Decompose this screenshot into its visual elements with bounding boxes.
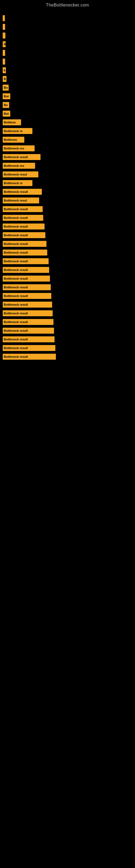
bar-item: Bottlenec <box>3 137 24 143</box>
bar-label: Bottleneck result <box>4 268 28 272</box>
bar-row: Bot <box>3 93 132 100</box>
bar-row: Bo <box>3 84 132 91</box>
bar-label: Bo <box>4 103 8 106</box>
bar-item: Bottleneck result <box>3 258 49 264</box>
bar-label: Bottleneck resul <box>4 173 27 176</box>
bar-item: Bottleneck res <box>3 163 35 169</box>
bar-row: Bottleneck re <box>3 179 132 187</box>
bar-row <box>3 14 132 22</box>
bar-label: Bottleneck res <box>4 147 24 150</box>
bar-row: B <box>3 75 132 83</box>
bar-row: Bottleneck result <box>3 223 132 230</box>
bar-item <box>3 50 5 56</box>
bar-item: Bottleneck result <box>3 284 51 290</box>
bar-item: Bottlene <box>3 119 21 125</box>
bar-label: Bottleneck result <box>4 216 28 219</box>
bar-row: Bottleneck result <box>3 240 132 248</box>
bar-label: Bottleneck resul <box>4 199 27 202</box>
bar-item: Bottleneck re <box>3 180 32 186</box>
bar-item: Bottleneck result <box>3 336 54 342</box>
bar-row <box>3 58 132 65</box>
bar-item: Bottleneck result <box>3 302 52 308</box>
bar-label: Bottleneck result <box>4 259 28 263</box>
bar-row: Bottlenec <box>3 136 132 144</box>
bar-item: Bottleneck result <box>3 189 42 195</box>
bar-label: R <box>4 42 6 46</box>
bar-label: Bottleneck result <box>4 242 28 246</box>
bar-label: Bottleneck result <box>4 208 28 211</box>
bar-item: Bottleneck result <box>3 293 51 299</box>
bar-label: Bottlene <box>4 121 16 124</box>
bar-row: Bottleneck result <box>3 283 132 291</box>
bar-item: Bo <box>3 85 9 91</box>
bar-item: 6 <box>3 67 6 73</box>
bar-item: Bottleneck result <box>3 215 43 221</box>
bar-label: Bottleneck result <box>4 329 28 332</box>
bar-item: Bottleneck result <box>3 267 49 273</box>
bar-row <box>3 49 132 57</box>
bar-item: Bot <box>3 111 10 117</box>
bar-item: Bottleneck resul <box>3 197 39 204</box>
bar-label: Bottleneck result <box>4 277 28 280</box>
bar-row: Bottlene <box>3 119 132 126</box>
bar-label: Bottleneck result <box>4 312 28 315</box>
bar-row: Bottleneck result <box>3 153 132 161</box>
bar-row <box>3 23 132 31</box>
bar-label: B <box>4 77 6 81</box>
bar-label: Bottlenec <box>4 138 17 141</box>
bar-label: Bottleneck res <box>4 164 24 167</box>
bar-row: Bottleneck result <box>3 188 132 195</box>
bar-label: Bottleneck result <box>4 251 28 254</box>
bar-row: R <box>3 40 132 48</box>
bar-item: R <box>3 41 6 47</box>
bar-label: Bot <box>4 112 9 115</box>
bar-label: Bottleneck re <box>4 182 23 185</box>
bar-row: Bot <box>3 110 132 118</box>
bar-item: Bottleneck result <box>3 319 53 325</box>
bar-row: Bottleneck result <box>3 205 132 213</box>
bar-row: Bottleneck re <box>3 127 132 135</box>
bar-item: Bottleneck result <box>3 232 45 238</box>
bar-item: Bottleneck result <box>3 250 47 255</box>
bar-label: Bottleneck result <box>4 338 28 341</box>
bar-label: Bottleneck re <box>4 129 23 133</box>
bar-row: Bottleneck result <box>3 292 132 300</box>
bar-item: Bottleneck result <box>3 345 55 351</box>
bar-label: Bottleneck result <box>4 155 28 159</box>
bar-label: Bottleneck result <box>4 225 28 228</box>
bar-row: Bottleneck result <box>3 327 132 335</box>
bar-label: Bottleneck result <box>4 294 28 298</box>
bar-row: Bottleneck resul <box>3 197 132 204</box>
bar-row: Bottleneck result <box>3 266 132 274</box>
bar-row: Bottleneck result <box>3 344 132 352</box>
bar-row: Bottleneck result <box>3 310 132 317</box>
bar-item: Bottleneck result <box>3 223 45 229</box>
bar-row <box>3 32 132 39</box>
bar-row: Bottleneck res <box>3 162 132 169</box>
bar-row: Bottleneck result <box>3 353 132 361</box>
bar-row: Bo <box>3 101 132 109</box>
bar-label: Bottleneck result <box>4 355 28 358</box>
bar-item: Bottleneck re <box>3 128 32 134</box>
bar-row: Bottleneck result <box>3 301 132 308</box>
bar-item: Bottleneck result <box>3 154 41 160</box>
bar-label: Bottleneck result <box>4 190 28 193</box>
bar-item <box>3 33 5 38</box>
bar-item: Bottleneck result <box>3 206 43 212</box>
bar-item: Bottleneck result <box>3 276 50 282</box>
bar-item: Bottleneck resul <box>3 172 38 177</box>
bar-row: Bottleneck result <box>3 318 132 326</box>
bar-label: Bottleneck result <box>4 320 28 323</box>
bar-item: Bot <box>3 93 10 99</box>
bar-item: Bottleneck result <box>3 241 46 247</box>
bar-item: Bottleneck result <box>3 354 56 360</box>
bar-row: Bottleneck resul <box>3 170 132 178</box>
bar-label: Bottleneck result <box>4 346 28 350</box>
bar-row: Bottleneck result <box>3 336 132 343</box>
bar-item: Bo <box>3 102 9 108</box>
bar-item: Bottleneck result <box>3 310 53 316</box>
bar-label: Bottleneck result <box>4 286 28 289</box>
site-title: TheBottlenecker.com <box>0 0 135 9</box>
bar-row: Bottleneck result <box>3 231 132 239</box>
bar-item: Bottleneck res <box>3 145 35 151</box>
